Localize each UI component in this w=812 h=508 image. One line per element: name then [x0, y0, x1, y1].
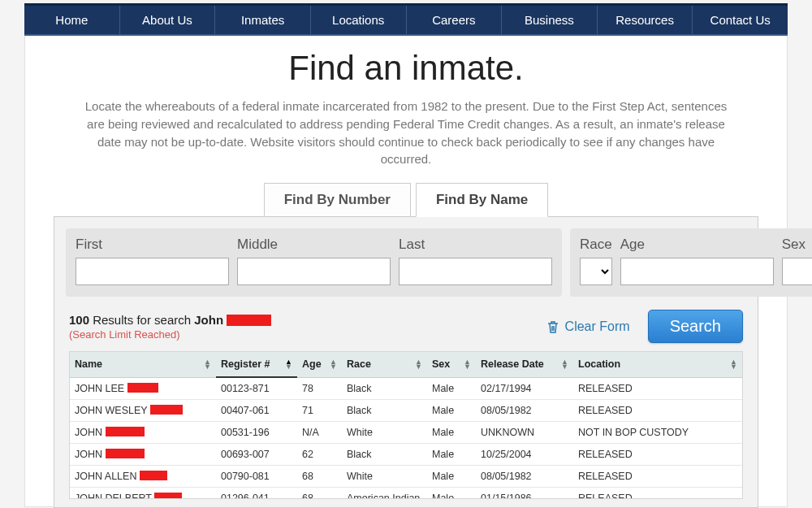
filter-row: First Middle Last Race Age: [66, 228, 746, 297]
first-label: First: [76, 237, 229, 253]
tab-find-by-number[interactable]: Find By Number: [264, 183, 411, 217]
page-title: Find an inmate.: [25, 49, 787, 88]
redacted-surname: [150, 405, 183, 415]
race-select[interactable]: [580, 258, 612, 285]
col-age[interactable]: Age▲▼: [297, 352, 342, 377]
middle-label: Middle: [237, 237, 391, 253]
results-tbody: JOHN LEE 00123-87178BlackMale02/17/1994R…: [70, 377, 742, 498]
cell-name: JOHN: [70, 422, 216, 444]
nav-careers[interactable]: Careers: [407, 6, 503, 34]
cell-age: N/A: [297, 422, 342, 444]
results-scroll[interactable]: Name▲▼ Register #▲▼ Age▲▼ Race▲▼ Sex▲▼ R…: [70, 352, 742, 498]
page-intro: Locate the whereabouts of a federal inma…: [61, 98, 751, 168]
redacted-surname: [106, 449, 145, 458]
col-sex[interactable]: Sex▲▼: [427, 352, 476, 377]
nav-locations[interactable]: Locations: [311, 6, 407, 34]
cell-age: 68: [297, 488, 342, 499]
table-row[interactable]: JOHN 00693-00762BlackMale10/25/2004RELEA…: [70, 444, 742, 466]
col-location[interactable]: Location▲▼: [573, 352, 742, 377]
cell-name: JOHN DELBERT: [70, 488, 216, 499]
limit-note: (Search Limit Reached): [69, 328, 547, 341]
cell-age: 78: [297, 377, 342, 400]
cell-name: JOHN LEE: [70, 377, 216, 400]
cell-race: White: [342, 466, 427, 488]
cell-release: 01/15/1986: [476, 488, 573, 499]
cell-sex: Male: [427, 444, 476, 466]
cell-register: 00531-196: [216, 422, 297, 444]
nav-about-us[interactable]: About Us: [120, 6, 216, 34]
cell-register: 01296-041: [216, 488, 297, 499]
cell-race: White: [342, 422, 427, 444]
last-input[interactable]: [399, 258, 552, 285]
last-label: Last: [399, 237, 552, 253]
sex-select[interactable]: [782, 258, 812, 285]
search-panel: First Middle Last Race Age: [54, 216, 758, 508]
age-label: Age: [620, 237, 774, 253]
cell-location: NOT IN BOP CUSTODY: [573, 422, 742, 444]
middle-input[interactable]: [237, 258, 391, 285]
page-container: Find an inmate. Locate the whereabouts o…: [24, 36, 788, 507]
cell-race: Black: [342, 400, 427, 422]
results-table-wrap: Name▲▼ Register #▲▼ Age▲▼ Race▲▼ Sex▲▼ R…: [69, 351, 743, 499]
cell-release: 08/05/1982: [476, 400, 573, 422]
col-race[interactable]: Race▲▼: [342, 352, 427, 377]
results-bar: 100 Results for search John (Search Limi…: [69, 310, 743, 343]
cell-location: RELEASED: [573, 444, 742, 466]
top-nav: HomeAbout UsInmatesLocationsCareersBusin…: [24, 3, 788, 36]
cell-sex: Male: [427, 466, 476, 488]
search-tabs: Find By Number Find By Name: [25, 183, 787, 217]
first-input[interactable]: [76, 258, 229, 285]
redacted-surname: [106, 427, 145, 436]
table-row[interactable]: JOHN ALLEN 00790-08168WhiteMale08/05/198…: [70, 466, 742, 488]
table-row[interactable]: JOHN LEE 00123-87178BlackMale02/17/1994R…: [70, 377, 742, 400]
nav-business[interactable]: Business: [502, 6, 598, 34]
cell-race: Black: [342, 444, 427, 466]
cell-race: Black: [342, 377, 427, 400]
table-row[interactable]: JOHN 00531-196N/AWhiteMaleUNKNOWNNOT IN …: [70, 422, 742, 444]
nav-inmates[interactable]: Inmates: [215, 6, 311, 34]
cell-register: 00693-007: [216, 444, 297, 466]
redacted-surname: [140, 471, 167, 480]
demo-filter-group: Race Age Sex: [570, 228, 812, 297]
results-count: 100: [69, 313, 89, 327]
cell-register: 00123-871: [216, 377, 297, 400]
table-row[interactable]: JOHN DELBERT 01296-04168American IndianM…: [70, 488, 742, 499]
cell-location: RELEASED: [573, 466, 742, 488]
cell-location: RELEASED: [573, 400, 742, 422]
cell-release: 08/05/1982: [476, 466, 573, 488]
table-row[interactable]: JOHN WESLEY 00407-06171BlackMale08/05/19…: [70, 400, 742, 422]
search-button[interactable]: Search: [648, 310, 743, 343]
cell-release: 10/25/2004: [476, 444, 573, 466]
search-term: John: [194, 313, 223, 327]
cell-age: 71: [297, 400, 342, 422]
cell-sex: Male: [427, 400, 476, 422]
cell-age: 68: [297, 466, 342, 488]
col-release[interactable]: Release Date▲▼: [476, 352, 573, 377]
nav-home[interactable]: Home: [24, 6, 120, 34]
cell-name: JOHN WESLEY: [70, 400, 216, 422]
cell-sex: Male: [427, 422, 476, 444]
name-filter-group: First Middle Last: [66, 228, 562, 297]
clear-form-link[interactable]: Clear Form: [547, 319, 630, 334]
cell-location: RELEASED: [573, 488, 742, 499]
col-register[interactable]: Register #▲▼: [216, 352, 297, 377]
cell-race: American Indian: [342, 488, 427, 499]
redacted-surname: [154, 493, 182, 498]
results-summary: 100 Results for search John (Search Limi…: [69, 313, 547, 341]
sex-label: Sex: [782, 237, 812, 253]
cell-location: RELEASED: [573, 377, 742, 400]
trash-icon: [547, 320, 559, 333]
nav-contact-us[interactable]: Contact Us: [693, 6, 788, 34]
cell-sex: Male: [427, 488, 476, 499]
cell-name: JOHN: [70, 444, 216, 466]
cell-release: UNKNOWN: [476, 422, 573, 444]
cell-register: 00407-061: [216, 400, 297, 422]
cell-release: 02/17/1994: [476, 377, 573, 400]
age-input[interactable]: [620, 258, 774, 285]
cell-age: 62: [297, 444, 342, 466]
redacted-term: [227, 315, 271, 326]
nav-resources[interactable]: Resources: [598, 6, 693, 34]
tab-find-by-name[interactable]: Find By Name: [416, 183, 548, 217]
col-name[interactable]: Name▲▼: [70, 352, 216, 377]
cell-sex: Male: [427, 377, 476, 400]
